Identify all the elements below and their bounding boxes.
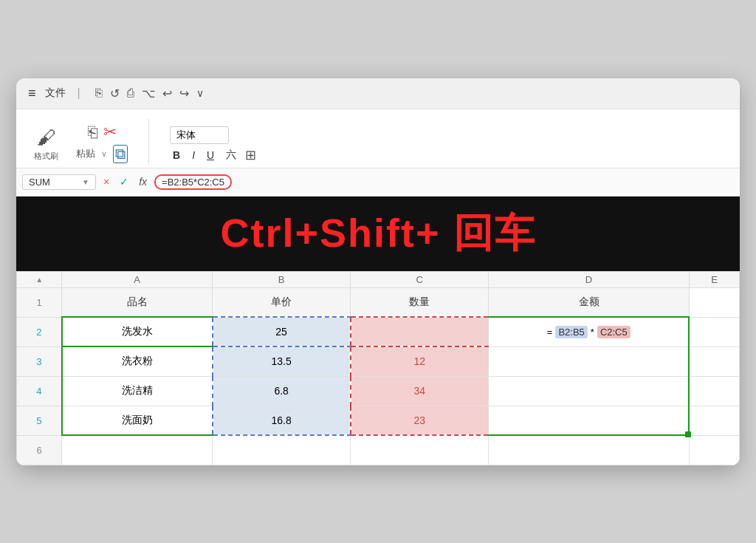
fill-handle[interactable] (685, 431, 691, 437)
equals-sign: = (547, 327, 553, 338)
cell-c5[interactable]: 23 (351, 406, 489, 435)
cell-c6[interactable] (351, 435, 489, 465)
format-brush-button[interactable]: 🖌 格式刷 (31, 125, 61, 163)
formula-cancel-button[interactable]: × (100, 176, 112, 188)
titlebar-tools: ⎘ ↺ ⎙ ⌥ ↩ ↪ ∨ (95, 86, 204, 100)
cell-b6[interactable] (213, 435, 351, 465)
titlebar-sep: | (78, 86, 80, 100)
formula-display: = B2:B5 * C2:C5 (495, 326, 682, 338)
corner-cell: ▲ (17, 271, 62, 287)
table-borders-button[interactable]: ⊞ (245, 147, 256, 163)
multiply-sign: * (591, 327, 594, 338)
cell-c3[interactable]: 12 (351, 346, 489, 376)
col-header-a[interactable]: A (62, 271, 213, 287)
table-row: 3 洗衣粉 13.5 12 (17, 346, 740, 376)
cell-a6[interactable] (62, 435, 213, 465)
paste-special-icon[interactable]: ⎗ (88, 123, 97, 142)
cell-b3[interactable]: 13.5 (213, 346, 351, 376)
row-num-2: 2 (17, 317, 62, 346)
redo-icon[interactable]: ↪ (179, 86, 189, 100)
cell-a4[interactable]: 洗洁精 (62, 376, 213, 406)
formula-input[interactable]: =B2:B5*C2:C5 (154, 174, 232, 190)
cell-a2[interactable]: 洗发水 (62, 317, 213, 346)
copy-button[interactable]: ⧉ (113, 145, 128, 163)
format-brush-label: 格式刷 (34, 151, 58, 162)
col-header-b[interactable]: B (213, 271, 351, 287)
cell-d1[interactable]: 金额 (489, 287, 690, 317)
table-row: 5 洗面奶 16.8 23 (17, 406, 740, 435)
table-row: 2 洗发水 25 = B2:B5 * C2:C5 (17, 317, 740, 346)
strikethrough-button[interactable]: 六 (223, 148, 239, 163)
underline-button[interactable]: U (204, 148, 217, 162)
spreadsheet: ▲ A B C D E 1 品名 单价 数量 金额 (16, 271, 740, 465)
font-section: 宋体 B I U 六 ⊞ (170, 126, 256, 163)
row-num-4: 4 (17, 376, 62, 406)
cell-ref-dropdown[interactable]: ▼ (82, 178, 89, 186)
paste-dropdown-arrow[interactable]: ∨ (101, 149, 107, 159)
app-window: ≡ 文件 | ⎘ ↺ ⎙ ⌥ ↩ ↪ ∨ 🖌 格式刷 ⎗ ✂ 粘贴 (16, 78, 740, 465)
titlebar: ≡ 文件 | ⎘ ↺ ⎙ ⌥ ↩ ↪ ∨ (16, 78, 740, 109)
cell-reference-box[interactable]: SUM ▼ (22, 174, 96, 190)
cell-ref-text: SUM (29, 177, 50, 188)
formula-bar: SUM ▼ × ✓ fx =B2:B5*C2:C5 (16, 168, 740, 197)
table-row: 1 品名 单价 数量 金额 (17, 287, 740, 317)
file-menu[interactable]: 文件 (45, 86, 66, 100)
cell-b2[interactable]: 25 (213, 317, 351, 346)
shortcut-text: Ctrl+Shift+ 回车 (220, 211, 535, 255)
shortcut-overlay: Ctrl+Shift+ 回车 (16, 197, 740, 271)
spreadsheet-container: ▲ A B C D E 1 品名 单价 数量 金额 (16, 271, 740, 465)
cell-a5[interactable]: 洗面奶 (62, 406, 213, 435)
cell-e3[interactable] (689, 346, 739, 376)
cell-e1[interactable] (689, 287, 739, 317)
undo-alt-icon[interactable]: ↺ (110, 86, 120, 100)
scissors-icon[interactable]: ✂ (103, 123, 117, 142)
cell-e5[interactable] (689, 406, 739, 435)
cell-d5[interactable] (489, 406, 690, 435)
b2b5-ref: B2:B5 (555, 326, 587, 338)
cell-c4[interactable]: 34 (351, 376, 489, 406)
print-icon[interactable]: ⎙ (127, 86, 134, 100)
save-icon[interactable]: ⎘ (95, 86, 103, 100)
cell-a1[interactable]: 品名 (62, 287, 213, 317)
cell-c2[interactable] (351, 317, 489, 346)
c2c5-ref: C2:C5 (597, 326, 630, 338)
cell-d6[interactable] (489, 435, 690, 465)
cell-b1[interactable]: 单价 (213, 287, 351, 317)
cell-d3[interactable] (489, 346, 690, 376)
ribbon-separator (148, 119, 149, 163)
paste-group: ⎗ ✂ 粘贴 ∨ ⧉ (76, 123, 128, 163)
col-header-d[interactable]: D (489, 271, 690, 287)
cell-e2[interactable] (689, 317, 739, 346)
row-num-1: 1 (17, 287, 62, 317)
bold-button[interactable]: B (170, 148, 183, 162)
cell-b5[interactable]: 16.8 (213, 406, 351, 435)
font-name-row: 宋体 (170, 126, 256, 144)
cell-e6[interactable] (689, 435, 739, 465)
cell-b4[interactable]: 6.8 (213, 376, 351, 406)
cell-d4[interactable] (489, 376, 690, 406)
ribbon: 🖌 格式刷 ⎗ ✂ 粘贴 ∨ ⧉ 宋体 B I (16, 109, 740, 168)
font-name-text: 宋体 (176, 129, 196, 140)
undo-icon[interactable]: ↩ (162, 86, 172, 100)
cell-d2[interactable]: = B2:B5 * C2:C5 (489, 317, 690, 346)
formula-confirm-button[interactable]: ✓ (117, 176, 131, 188)
col-header-c[interactable]: C (351, 271, 489, 287)
fx-label: fx (136, 176, 150, 188)
italic-button[interactable]: I (189, 148, 198, 162)
table-row: 6 (17, 435, 740, 465)
cell-a3[interactable]: 洗衣粉 (62, 346, 213, 376)
tools-dropdown[interactable]: ∨ (196, 87, 204, 99)
cell-c1[interactable]: 数量 (351, 287, 489, 317)
tool-icon[interactable]: ⌥ (142, 86, 155, 100)
row-num-3: 3 (17, 346, 62, 376)
row-num-6: 6 (17, 435, 62, 465)
menu-icon[interactable]: ≡ (28, 86, 36, 101)
paste-label[interactable]: 粘贴 (76, 147, 95, 160)
row-num-5: 5 (17, 406, 62, 435)
col-header-e[interactable]: E (689, 271, 739, 287)
table-row: 4 洗洁精 6.8 34 (17, 376, 740, 406)
font-name-box[interactable]: 宋体 (170, 126, 229, 144)
cell-e4[interactable] (689, 376, 739, 406)
format-group: 🖌 格式刷 (31, 125, 61, 163)
paste-icons-row: ⎗ ✂ (88, 123, 117, 142)
